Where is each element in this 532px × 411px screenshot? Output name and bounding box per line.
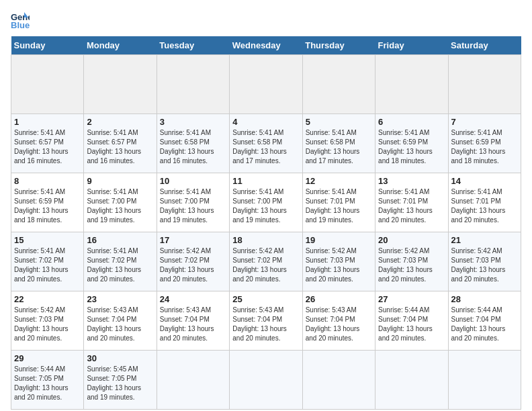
col-saturday: Saturday xyxy=(448,36,521,55)
calendar-header-row: Sunday Monday Tuesday Wednesday Thursday… xyxy=(11,36,521,55)
table-row: 24Sunrise: 5:43 AMSunset: 7:04 PMDayligh… xyxy=(157,291,229,351)
day-number: 30 xyxy=(87,353,153,363)
table-row: 10Sunrise: 5:41 AMSunset: 7:00 PMDayligh… xyxy=(157,173,229,232)
calendar-week-row: 8Sunrise: 5:41 AMSunset: 6:59 PMDaylight… xyxy=(11,173,521,232)
day-number: 17 xyxy=(160,235,226,245)
page-header: General Blue xyxy=(11,11,521,30)
day-number: 9 xyxy=(87,176,153,186)
table-row: 12Sunrise: 5:41 AMSunset: 7:01 PMDayligh… xyxy=(302,173,375,232)
day-info: Sunrise: 5:41 AMSunset: 6:58 PMDaylight:… xyxy=(306,128,372,166)
day-info: Sunrise: 5:43 AMSunset: 7:04 PMDaylight:… xyxy=(232,306,299,343)
calendar-week-row: 29Sunrise: 5:44 AMSunset: 7:05 PMDayligh… xyxy=(11,351,521,410)
calendar-table: Sunday Monday Tuesday Wednesday Thursday… xyxy=(11,36,521,410)
day-number: 14 xyxy=(451,176,518,186)
day-info: Sunrise: 5:44 AMSunset: 7:04 PMDaylight:… xyxy=(451,306,518,343)
table-row xyxy=(448,351,521,410)
table-row: 22Sunrise: 5:42 AMSunset: 7:03 PMDayligh… xyxy=(11,291,84,351)
day-info: Sunrise: 5:41 AMSunset: 6:58 PMDaylight:… xyxy=(232,128,299,166)
table-row xyxy=(157,351,229,410)
day-info: Sunrise: 5:42 AMSunset: 7:03 PMDaylight:… xyxy=(14,306,81,343)
day-info: Sunrise: 5:41 AMSunset: 6:59 PMDaylight:… xyxy=(378,128,445,166)
logo-icon: General Blue xyxy=(11,11,30,30)
col-wednesday: Wednesday xyxy=(230,36,302,55)
table-row xyxy=(302,55,375,114)
day-info: Sunrise: 5:41 AMSunset: 7:00 PMDaylight:… xyxy=(87,187,153,225)
day-info: Sunrise: 5:44 AMSunset: 7:04 PMDaylight:… xyxy=(378,306,445,343)
day-number: 24 xyxy=(160,294,226,304)
day-info: Sunrise: 5:41 AMSunset: 7:01 PMDaylight:… xyxy=(378,187,445,225)
day-info: Sunrise: 5:42 AMSunset: 7:03 PMDaylight:… xyxy=(378,246,445,284)
table-row xyxy=(11,55,84,114)
col-thursday: Thursday xyxy=(302,36,375,55)
day-number: 2 xyxy=(87,117,153,127)
day-number: 12 xyxy=(306,176,372,186)
day-number: 29 xyxy=(14,353,81,363)
table-row xyxy=(448,55,521,114)
day-number: 18 xyxy=(232,235,299,245)
table-row: 20Sunrise: 5:42 AMSunset: 7:03 PMDayligh… xyxy=(375,232,448,291)
day-info: Sunrise: 5:43 AMSunset: 7:04 PMDaylight:… xyxy=(87,306,153,343)
day-number: 20 xyxy=(378,235,445,245)
day-number: 19 xyxy=(306,235,372,245)
day-info: Sunrise: 5:42 AMSunset: 7:02 PMDaylight:… xyxy=(160,246,226,284)
day-info: Sunrise: 5:41 AMSunset: 7:01 PMDaylight:… xyxy=(451,187,518,225)
table-row xyxy=(84,55,157,114)
table-row: 7Sunrise: 5:41 AMSunset: 6:59 PMDaylight… xyxy=(448,114,521,173)
day-number: 1 xyxy=(14,117,81,127)
day-number: 5 xyxy=(306,117,372,127)
table-row: 8Sunrise: 5:41 AMSunset: 6:59 PMDaylight… xyxy=(11,173,84,232)
day-number: 16 xyxy=(87,235,153,245)
table-row: 2Sunrise: 5:41 AMSunset: 6:57 PMDaylight… xyxy=(84,114,157,173)
day-info: Sunrise: 5:41 AMSunset: 6:59 PMDaylight:… xyxy=(14,187,81,225)
table-row: 19Sunrise: 5:42 AMSunset: 7:03 PMDayligh… xyxy=(302,232,375,291)
table-row xyxy=(375,351,448,410)
day-number: 22 xyxy=(14,294,81,304)
table-row: 14Sunrise: 5:41 AMSunset: 7:01 PMDayligh… xyxy=(448,173,521,232)
calendar-week-row xyxy=(11,55,521,114)
day-info: Sunrise: 5:42 AMSunset: 7:02 PMDaylight:… xyxy=(232,246,299,284)
table-row: 9Sunrise: 5:41 AMSunset: 7:00 PMDaylight… xyxy=(84,173,157,232)
day-number: 8 xyxy=(14,176,81,186)
logo: General Blue xyxy=(11,11,32,30)
day-number: 21 xyxy=(451,235,518,245)
day-number: 27 xyxy=(378,294,445,304)
col-monday: Monday xyxy=(84,36,157,55)
day-number: 6 xyxy=(378,117,445,127)
day-info: Sunrise: 5:42 AMSunset: 7:03 PMDaylight:… xyxy=(306,246,372,284)
table-row: 28Sunrise: 5:44 AMSunset: 7:04 PMDayligh… xyxy=(448,291,521,351)
table-row: 25Sunrise: 5:43 AMSunset: 7:04 PMDayligh… xyxy=(230,291,302,351)
table-row: 3Sunrise: 5:41 AMSunset: 6:58 PMDaylight… xyxy=(157,114,229,173)
day-number: 7 xyxy=(451,117,518,127)
day-info: Sunrise: 5:44 AMSunset: 7:05 PMDaylight:… xyxy=(14,365,81,402)
day-number: 26 xyxy=(306,294,372,304)
day-number: 13 xyxy=(378,176,445,186)
day-number: 4 xyxy=(232,117,299,127)
col-sunday: Sunday xyxy=(11,36,84,55)
table-row: 27Sunrise: 5:44 AMSunset: 7:04 PMDayligh… xyxy=(375,291,448,351)
table-row xyxy=(157,55,229,114)
day-info: Sunrise: 5:41 AMSunset: 7:02 PMDaylight:… xyxy=(87,246,153,284)
table-row: 1Sunrise: 5:41 AMSunset: 6:57 PMDaylight… xyxy=(11,114,84,173)
day-info: Sunrise: 5:41 AMSunset: 7:00 PMDaylight:… xyxy=(232,187,299,225)
calendar-week-row: 22Sunrise: 5:42 AMSunset: 7:03 PMDayligh… xyxy=(11,291,521,351)
svg-text:Blue: Blue xyxy=(11,20,30,30)
day-number: 25 xyxy=(232,294,299,304)
table-row: 21Sunrise: 5:42 AMSunset: 7:03 PMDayligh… xyxy=(448,232,521,291)
table-row xyxy=(230,351,302,410)
table-row xyxy=(375,55,448,114)
day-number: 11 xyxy=(232,176,299,186)
table-row: 15Sunrise: 5:41 AMSunset: 7:02 PMDayligh… xyxy=(11,232,84,291)
day-info: Sunrise: 5:43 AMSunset: 7:04 PMDaylight:… xyxy=(160,306,226,343)
col-tuesday: Tuesday xyxy=(157,36,229,55)
table-row: 23Sunrise: 5:43 AMSunset: 7:04 PMDayligh… xyxy=(84,291,157,351)
table-row: 11Sunrise: 5:41 AMSunset: 7:00 PMDayligh… xyxy=(230,173,302,232)
day-info: Sunrise: 5:41 AMSunset: 7:01 PMDaylight:… xyxy=(306,187,372,225)
day-info: Sunrise: 5:41 AMSunset: 6:57 PMDaylight:… xyxy=(14,128,81,166)
table-row: 5Sunrise: 5:41 AMSunset: 6:58 PMDaylight… xyxy=(302,114,375,173)
day-number: 15 xyxy=(14,235,81,245)
day-info: Sunrise: 5:42 AMSunset: 7:03 PMDaylight:… xyxy=(451,246,518,284)
table-row: 30Sunrise: 5:45 AMSunset: 7:05 PMDayligh… xyxy=(84,351,157,410)
day-number: 10 xyxy=(160,176,226,186)
day-info: Sunrise: 5:41 AMSunset: 6:57 PMDaylight:… xyxy=(87,128,153,166)
calendar-body: 1Sunrise: 5:41 AMSunset: 6:57 PMDaylight… xyxy=(11,55,521,410)
